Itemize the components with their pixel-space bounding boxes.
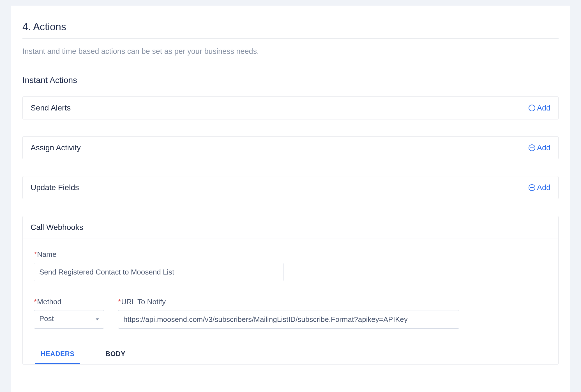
url-group: *URL To Notify [118,298,459,329]
update-fields-add-button[interactable]: Add [529,183,550,192]
required-marker: * [34,298,37,306]
method-group: *Method Post [34,298,104,329]
method-label: *Method [34,298,104,306]
assign-activity-label: Assign Activity [31,143,81,152]
webhook-header: Call Webhooks [23,216,558,239]
update-fields-label: Update Fields [31,183,79,192]
method-label-text: Method [37,298,61,306]
assign-activity-row: Assign Activity Add [22,136,559,159]
section-title: 4. Actions [22,21,559,33]
send-alerts-label: Send Alerts [31,103,71,112]
name-label-text: Name [37,250,56,259]
url-input[interactable] [118,310,459,329]
url-label-text: URL To Notify [121,298,166,306]
tab-headers[interactable]: HEADERS [35,345,80,364]
instant-divider [22,90,559,90]
call-webhooks-panel: Call Webhooks *Name *Method Post [22,216,559,365]
name-label: *Name [34,250,283,259]
url-label: *URL To Notify [118,298,459,306]
section-description: Instant and time based actions can be se… [22,47,559,56]
webhook-tabs: HEADERS BODY [34,345,547,364]
section-divider [22,38,559,39]
method-select-wrap: Post [34,310,104,329]
plus-circle-icon [529,184,535,191]
webhook-body: *Name *Method Post *URL To Notify [23,239,558,364]
add-label: Add [537,104,550,112]
required-marker: * [118,298,121,306]
add-label: Add [537,183,550,192]
plus-circle-icon [529,144,535,151]
update-fields-row: Update Fields Add [22,176,559,199]
method-select[interactable]: Post [34,310,104,329]
assign-activity-add-button[interactable]: Add [529,144,550,152]
plus-circle-icon [529,105,535,111]
name-group: *Name [34,250,283,281]
add-label: Add [537,144,550,152]
name-input[interactable] [34,263,283,281]
tab-body[interactable]: BODY [100,345,131,364]
send-alerts-add-button[interactable]: Add [529,104,550,112]
required-marker: * [34,250,37,259]
actions-card: 4. Actions Instant and time based action… [11,6,570,392]
send-alerts-row: Send Alerts Add [22,96,559,119]
instant-actions-title: Instant Actions [22,75,559,85]
webhook-title: Call Webhooks [31,223,83,232]
